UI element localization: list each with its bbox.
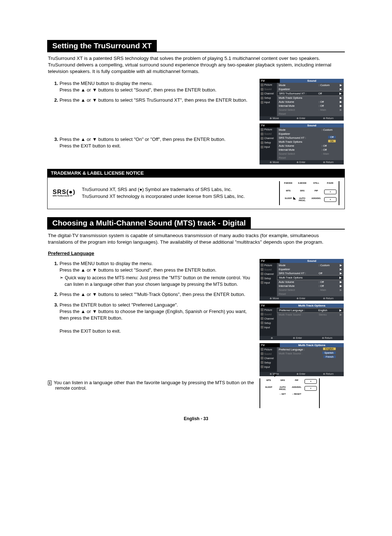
step-1: Press the MENU button to display the men… — [60, 80, 254, 93]
mts-step-2: Press the ▲ or ▼ buttons to select ""Mul… — [60, 291, 254, 298]
tv-menu-srs-options: TVSound Picture Sound Channel Setup Inpu… — [260, 123, 344, 165]
mts-note: ℹYou can listen in a language other than… — [47, 380, 254, 391]
note-icon: ℹ — [48, 381, 52, 385]
page-footer: English - 33 — [47, 416, 345, 421]
channel-icon — [261, 92, 264, 95]
preferred-language-subheading: Preferred Language — [48, 251, 345, 256]
tv-menu-sound-mto-selected: TVSound Picture Sound Channel Setup Inpu… — [260, 259, 344, 301]
remote-fragment-2: MTSSRS◤PIP∧ SLEEPAUTO PROG.ADD/DEL∨ ○ SE… — [260, 378, 320, 408]
section2-intro: The digital-TV transmission system is ca… — [47, 232, 345, 245]
section-title: Setting the TruSurround XT — [47, 40, 157, 52]
section1-intro: TruSurround XT is a patented SRS technol… — [47, 55, 345, 75]
tv-menu-language-options: TVMulti-Track Options Picture Sound Chan… — [260, 343, 344, 376]
mts-step-3: Press the ENTER button to select "Prefer… — [60, 302, 254, 335]
input-icon — [261, 101, 264, 104]
trusurround-steps: Press the MENU button to display the men… — [47, 80, 254, 150]
step-3: Press the ▲ or ▼ buttons to select "On" … — [60, 136, 254, 149]
setup-icon — [261, 97, 264, 100]
mts-step-1: Press the MENU button to display the men… — [60, 260, 254, 288]
mts-quick-tip: ➣ Quick way to access the MTS menu: Just… — [60, 275, 254, 288]
srs-logo: SRS(●) SRS TruSurround XT — [53, 189, 75, 197]
picture-icon — [261, 84, 264, 86]
section-heading-trusurround: Setting the TruSurround XT — [47, 40, 345, 52]
remote-fragment-1: P.MODES.MODESTILLP.SIZE MTSSRSPIP∧ SLEEP… — [279, 181, 339, 205]
section-heading-mts: Choosing a Multi-Channel Sound (MTS) tra… — [47, 217, 345, 230]
trademark-heading: TRADEMARK & LABEL LICENSE NOTICE — [47, 169, 345, 177]
tv-menu-mto: TVMulti-Track Options Picture Sound Chan… — [260, 304, 344, 340]
step-2: Press the ▲ or ▼ buttons to select "SRS … — [60, 97, 254, 133]
section-title: Choosing a Multi-Channel Sound (MTS) tra… — [47, 217, 251, 229]
trademark-body: SRS(●) SRS TruSurround XT TruSurround XT… — [47, 177, 345, 209]
mts-steps: Press the MENU button to display the men… — [47, 260, 254, 335]
tv-menu-sound-srs-selected: TVSound Picture Sound Channel Setup Inpu… — [260, 79, 344, 121]
sound-icon — [261, 88, 264, 91]
